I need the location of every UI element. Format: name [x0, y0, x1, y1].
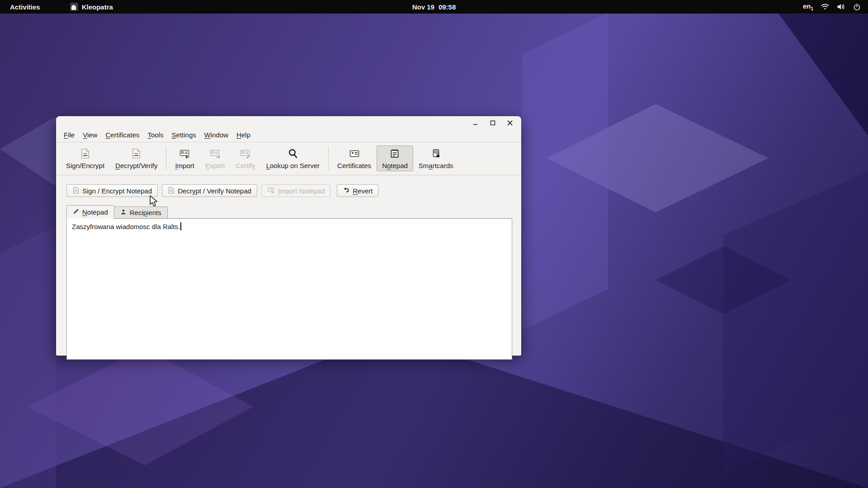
button-label: Decrypt / Verify Notepad: [178, 187, 251, 195]
decrypt-verify-notepad-button[interactable]: Decrypt / Verify Notepad: [162, 184, 257, 197]
notepad-tab-bar: Notepad Recipients: [66, 205, 511, 218]
notepad-action-bar: Sign / Encrypt Notepad Decrypt / Verify …: [66, 184, 511, 197]
label-part: otepad: [87, 208, 108, 216]
import-notepad-button[interactable]: Import Notepad: [261, 184, 330, 197]
mnemonic: V: [83, 131, 87, 139]
label-part: Si: [66, 162, 72, 169]
toolbar-label: Notepad: [382, 162, 408, 169]
toolbar-certificates[interactable]: Certificates: [332, 145, 377, 171]
label-part: rtcards: [433, 162, 453, 169]
toolbar-label: Smartcards: [419, 162, 453, 169]
kleopatra-window: File View Certificates Tools Settings Wi…: [56, 116, 521, 356]
toolbar-separator: [328, 147, 329, 170]
id-card-certify-icon: [240, 148, 251, 159]
label-part: Certif: [236, 162, 252, 169]
menu-window[interactable]: Window: [200, 130, 232, 140]
notepad-text-area[interactable]: Zaszyfrowana wiadomosc dla Ralts.: [66, 218, 512, 360]
menu-file[interactable]: File: [60, 130, 79, 140]
mnemonic: R: [353, 187, 358, 195]
document-decrypt-icon: [131, 148, 142, 159]
main-toolbar: Sign/Encrypt Decrypt/Verify Import E: [56, 142, 521, 175]
menu-certificates[interactable]: Certificates: [101, 130, 143, 140]
keyboard-layout-variant: 1: [811, 6, 813, 11]
text-caret: [180, 222, 181, 230]
toolbar-label: Import: [175, 162, 194, 169]
document-icon: [72, 187, 79, 195]
toolbar-import[interactable]: Import: [170, 145, 200, 171]
toolbar-separator: [166, 147, 166, 170]
menu-settings[interactable]: Settings: [168, 130, 200, 140]
label-part: ients: [147, 209, 161, 216]
mnemonic: W: [204, 131, 211, 139]
mnemonic: D: [115, 162, 120, 169]
label-part: Certificates: [337, 162, 371, 169]
toolbar-label: Sign/Encrypt: [66, 162, 104, 169]
toolbar-label: Certify: [236, 162, 255, 169]
button-label: Revert: [353, 187, 373, 195]
power-icon[interactable]: [853, 3, 861, 11]
mnemonic: g: [72, 162, 75, 169]
label-part: ools: [151, 131, 164, 139]
label-part: ookup on Server: [270, 162, 320, 169]
close-button[interactable]: [506, 119, 514, 127]
toolbar-smartcards[interactable]: Smartcards: [413, 145, 459, 171]
label-part: tepad: [391, 162, 408, 169]
revert-button[interactable]: Revert: [337, 184, 378, 197]
mnemonic: E: [205, 162, 210, 169]
person-icon: [120, 209, 127, 216]
document-encrypt-icon: [80, 148, 90, 159]
sign-encrypt-notepad-button[interactable]: Sign / Encrypt Notepad: [66, 184, 158, 197]
menu-view[interactable]: View: [79, 130, 101, 140]
toolbar-export[interactable]: Export: [200, 145, 230, 171]
notepad-text: Zaszyfrowana wiadomosc dla Ralts.: [72, 223, 180, 230]
clock-date: Nov 19: [412, 3, 434, 11]
toolbar-lookup-on-server[interactable]: Lookup on Server: [261, 145, 325, 171]
mnemonic: H: [236, 131, 241, 139]
search-icon: [288, 148, 298, 159]
toolbar-label: Lookup on Server: [266, 162, 320, 169]
smartcard-icon: [430, 148, 441, 159]
keyboard-layout-label: en: [803, 2, 811, 10]
id-card-export-icon: [209, 148, 221, 159]
mnemonic: T: [147, 131, 151, 139]
toolbar-sign-encrypt[interactable]: Sign/Encrypt: [61, 145, 110, 171]
label-part: ile: [68, 131, 75, 139]
desktop: Nov 19 09:58 Activities Kleopatra en1: [0, 0, 868, 488]
wifi-icon[interactable]: [821, 3, 829, 10]
menu-bar: File View Certificates Tools Settings Wi…: [56, 130, 521, 142]
volume-icon[interactable]: [837, 3, 845, 10]
document-icon: [168, 187, 175, 195]
keyboard-layout-indicator[interactable]: en1: [803, 2, 813, 11]
id-card-import-icon: [179, 148, 191, 159]
minimize-button[interactable]: [472, 119, 480, 127]
menu-help[interactable]: Help: [232, 130, 255, 140]
notepad-view: Sign / Encrypt Notepad Decrypt / Verify …: [56, 175, 521, 360]
toolbar-notepad[interactable]: Notepad: [377, 145, 413, 171]
menu-tools[interactable]: Tools: [143, 130, 167, 140]
button-label: Import Notepad: [278, 187, 325, 195]
clock-time: 09:58: [439, 3, 456, 11]
label-part: Decr: [178, 187, 192, 195]
kleopatra-icon: [70, 3, 78, 11]
toolbar-label: Certificates: [337, 162, 371, 169]
maximize-button[interactable]: [489, 119, 497, 127]
label-part: ertificates: [110, 131, 139, 139]
notepad-icon: [389, 148, 400, 159]
pencil-icon: [73, 208, 79, 216]
tab-recipients[interactable]: Recipients: [114, 206, 168, 218]
toolbar-certify[interactable]: Certify: [230, 145, 260, 171]
clock[interactable]: Nov 19 09:58: [0, 0, 868, 14]
window-titlebar[interactable]: [56, 116, 521, 130]
toolbar-decrypt-verify[interactable]: Decrypt/Verify: [110, 145, 163, 171]
tab-notepad[interactable]: Notepad: [66, 205, 114, 219]
mnemonic: F: [64, 131, 68, 139]
label-part: mport: [177, 162, 194, 169]
system-status-area[interactable]: en1: [803, 2, 868, 11]
label-part: Sm: [419, 162, 429, 169]
label-part: N: [382, 162, 387, 169]
mnemonic: a: [429, 162, 432, 169]
tab-label: Notepad: [82, 208, 108, 216]
mnemonic: S: [172, 131, 176, 139]
toolbar-label: Export: [205, 162, 225, 169]
gnome-top-bar: Nov 19 09:58 Activities Kleopatra en1: [0, 0, 868, 14]
